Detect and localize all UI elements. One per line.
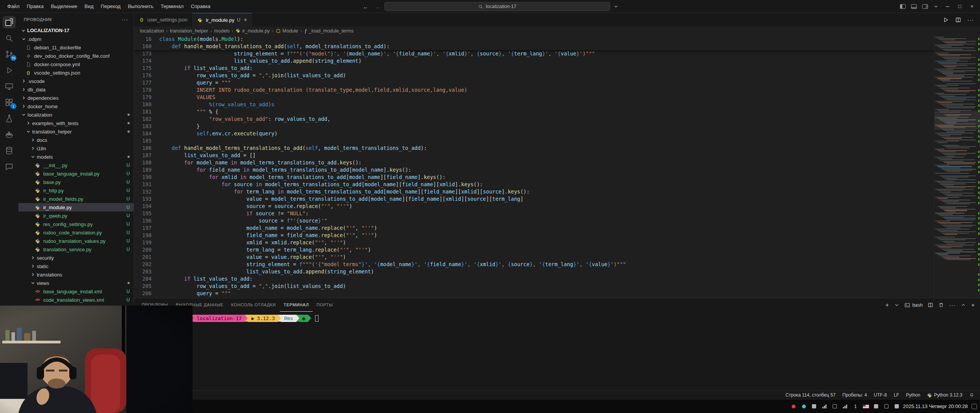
tree-item[interactable]: models	[18, 153, 134, 161]
run-python-file-icon[interactable]	[943, 17, 949, 23]
close-tab-icon[interactable]: ×	[244, 17, 247, 23]
tree-item[interactable]: .vscode	[18, 77, 134, 85]
menu-item[interactable]: Выделение	[47, 2, 81, 11]
tree-item[interactable]: rudoo_translation_values.pyU	[18, 237, 134, 245]
stream-indicator[interactable]	[801, 403, 807, 410]
tree-item[interactable]: </>base_language_install.xmlU	[18, 287, 134, 296]
editor-more-actions-icon[interactable]: ···	[967, 17, 974, 23]
tree-item[interactable]: __init__.pyU	[18, 161, 134, 169]
volume-icon[interactable]	[822, 403, 828, 410]
activity-explorer[interactable]	[1, 15, 18, 30]
activity-extensions[interactable]: 1	[1, 95, 18, 110]
recording-indicator[interactable]	[791, 403, 797, 410]
toggle-panel-icon[interactable]	[911, 4, 917, 9]
terminal-profile-dropdown-icon[interactable]	[894, 302, 900, 308]
breadcrumb-item[interactable]: models	[214, 28, 230, 34]
tree-item[interactable]: security	[18, 254, 134, 262]
breadcrumb-item[interactable]: ir_module.py	[236, 28, 270, 34]
tree-item[interactable]: ir_model_fields.pyU	[18, 195, 134, 203]
tree-item[interactable]: dependencies	[18, 94, 134, 102]
more-actions-icon[interactable]: ···	[122, 16, 128, 23]
tree-item[interactable]: translation_helper	[18, 127, 134, 136]
tree-item[interactable]: {}vscode_settings.json	[18, 68, 134, 77]
activity-source-control[interactable]: 76	[1, 47, 18, 62]
editor-tab[interactable]: {}user_settings.json	[134, 13, 193, 26]
breadcrumb-item[interactable]: ƒ_load_module_terms	[304, 28, 353, 34]
command-center[interactable]: localization-17	[384, 2, 610, 11]
maximize-panel-icon[interactable]	[960, 302, 966, 308]
tree-item[interactable]: ir_http.pyU	[18, 186, 134, 195]
minimize-icon[interactable]: ─	[944, 3, 951, 9]
terminal-cursor[interactable]	[315, 315, 318, 322]
minimap[interactable]	[934, 36, 980, 298]
tree-item[interactable]: base.pyU	[18, 178, 134, 186]
close-panel-icon[interactable]: ×	[971, 302, 975, 308]
tree-item[interactable]: base_language_install.pyU	[18, 169, 134, 178]
split-terminal-icon[interactable]	[928, 302, 933, 308]
tree-item[interactable]: static	[18, 262, 134, 270]
maximize-icon[interactable]: □	[956, 3, 963, 9]
menu-item[interactable]: Справка	[188, 2, 214, 11]
tree-item[interactable]: views	[18, 279, 134, 287]
activity-testing[interactable]	[1, 111, 18, 126]
menu-item[interactable]: Выполнить	[124, 2, 157, 11]
status-indentation[interactable]: Пробелы: 4	[839, 392, 871, 398]
bell-icon[interactable]	[966, 393, 978, 398]
activity-docker[interactable]	[1, 127, 18, 142]
tree-item[interactable]: res_config_settings.pyU	[18, 220, 134, 228]
tray-app-icon[interactable]	[811, 403, 817, 410]
keyboard-layout-indicator[interactable]: 1	[853, 403, 859, 410]
new-terminal-icon[interactable]: +	[885, 302, 889, 308]
panel-tab-debug-console[interactable]: КОНСОЛЬ ОТЛАДКИ	[227, 298, 280, 312]
breadcrumb-item[interactable]: Module	[276, 28, 298, 34]
activity-database[interactable]	[1, 143, 18, 158]
tree-item[interactable]: docs	[18, 136, 134, 144]
tree-item[interactable]: i18n	[18, 144, 134, 153]
security-shield-icon[interactable]	[884, 403, 890, 410]
tree-item[interactable]: docker_home	[18, 102, 134, 111]
panel-tab-ports[interactable]: ПОРТЫ	[313, 298, 337, 312]
activity-search[interactable]	[1, 31, 18, 46]
command-center-dropdown-icon[interactable]	[613, 4, 619, 9]
menu-item[interactable]: Файл	[4, 2, 23, 11]
terminal[interactable]: localization-17◆ 3.12.30ms●	[134, 312, 980, 390]
menu-item[interactable]: Правка	[23, 2, 47, 11]
status-encoding[interactable]: UTF-8	[871, 392, 890, 398]
tree-item[interactable]: db_data	[18, 85, 134, 94]
status-eol[interactable]: LF	[890, 392, 903, 398]
history-back-icon[interactable]: ←	[361, 3, 370, 10]
activity-remote-explorer[interactable]	[1, 79, 18, 94]
tree-item[interactable]: translation_service.pyU	[18, 245, 134, 254]
customize-layout-icon[interactable]	[933, 4, 939, 9]
tree-item[interactable]: localization	[18, 111, 134, 119]
battery-icon[interactable]	[894, 403, 900, 410]
tree-item[interactable]: </>code_translation_views.xmlU	[18, 296, 134, 304]
activity-run-debug[interactable]	[1, 63, 18, 78]
activity-chat[interactable]	[1, 159, 18, 174]
code-editor[interactable]: 16class Module(models.Model):160 def han…	[134, 36, 980, 298]
bluetooth-icon[interactable]	[832, 403, 838, 410]
cloud-sync-icon[interactable]	[873, 403, 879, 410]
tree-item[interactable]: dev_odoo_docker_config_file.conf	[18, 52, 134, 60]
language-flag-us-icon[interactable]	[863, 403, 869, 410]
tree-item[interactable]: docker-compose.yml	[18, 60, 134, 68]
toggle-secondary-sidebar-icon[interactable]	[922, 4, 928, 9]
panel-more-actions-icon[interactable]: ···	[949, 302, 956, 308]
history-forward-icon[interactable]: →	[373, 3, 381, 10]
breadcrumb-item[interactable]: localization	[140, 28, 164, 34]
tree-item[interactable]: .odpm	[18, 35, 134, 43]
status-python-interpreter[interactable]: Python 3.12.3	[924, 392, 966, 398]
tree-item[interactable]: ir_qweb.pyU	[18, 211, 134, 220]
split-editor-icon[interactable]	[955, 17, 961, 23]
menu-item[interactable]: Терминал	[157, 2, 187, 11]
tree-item[interactable]: ir_module.pyU	[18, 203, 134, 211]
breadcrumb-item[interactable]: translation_helper	[170, 28, 208, 34]
tree-root[interactable]: LOCALIZATION-17	[18, 26, 134, 35]
notifications-icon[interactable]	[972, 404, 977, 409]
editor-tab[interactable]: ir_module.pyU×	[193, 13, 252, 26]
tree-item[interactable]: translations	[18, 270, 134, 279]
taskbar-clock[interactable]: 2025.11.13 Четверг 20:00:28	[903, 403, 968, 409]
status-language-mode[interactable]: Python	[903, 392, 924, 398]
status-cursor-position[interactable]: Строка 114, столбец 57	[782, 392, 839, 398]
tree-item[interactable]: examples_with_tests	[18, 119, 134, 127]
